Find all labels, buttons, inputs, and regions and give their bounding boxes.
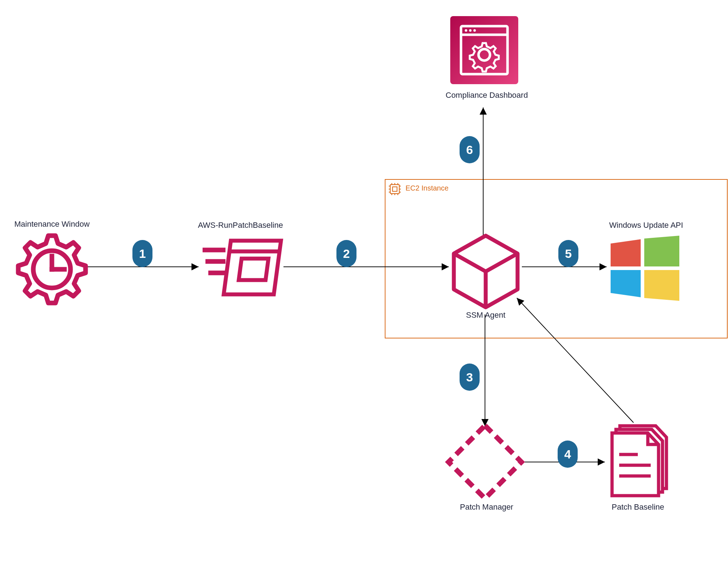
svg-marker-36 [611,239,641,266]
compliance-dashboard-label: Compliance Dashboard [446,91,528,100]
svg-marker-38 [611,270,641,297]
maintenance-window-label: Maintenance Window [14,220,89,229]
windows-update-api-label: Windows Update API [609,221,683,230]
windows-update-api-icon [611,236,679,301]
step-badge-2: 2 [336,240,356,267]
step-badge-6: 6 [460,136,480,163]
ssm-agent-icon [454,236,518,307]
step-badge-1: 1 [132,240,152,267]
diagram-canvas [0,0,728,563]
svg-marker-37 [644,236,679,266]
patch-manager-icon [448,425,521,499]
compliance-dashboard-icon [450,16,518,84]
step-badge-5: 5 [558,240,578,267]
svg-marker-39 [644,270,679,301]
svg-line-20 [517,298,634,423]
svg-point-32 [469,29,472,32]
svg-point-31 [465,29,467,32]
patch-manager-label: Patch Manager [460,502,513,512]
svg-rect-40 [448,425,521,499]
step-badge-4: 4 [558,441,578,468]
step-badge-3: 3 [460,364,480,391]
ssm-agent-label: SSM Agent [466,311,505,320]
run-patch-baseline-label: AWS-RunPatchBaseline [198,221,283,230]
run-patch-baseline-icon [203,241,281,294]
svg-point-33 [474,29,476,32]
maintenance-window-icon [18,236,86,303]
patch-baseline-icon [612,426,666,496]
patch-baseline-label: Patch Baseline [612,502,664,512]
